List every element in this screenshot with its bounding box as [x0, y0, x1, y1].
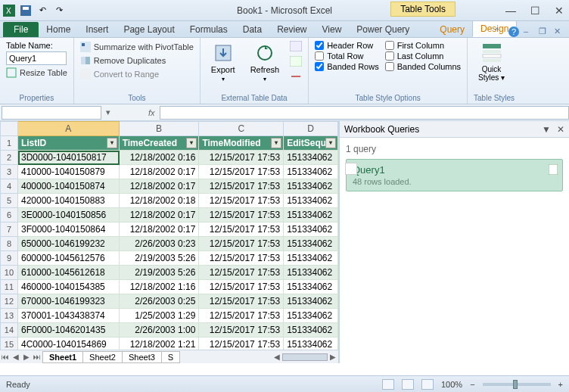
export-button[interactable]: Export▾	[207, 41, 240, 84]
filter-icon[interactable]: ▾	[186, 138, 197, 148]
sheet-tab[interactable]: Sheet2	[82, 351, 123, 363]
help-icon[interactable]: ?	[508, 26, 519, 37]
cell[interactable]: 12/15/2017 17:53	[199, 194, 284, 208]
zoom-out-icon[interactable]: −	[470, 380, 474, 389]
last-column-checkbox[interactable]: Last Column	[385, 51, 461, 61]
cell[interactable]: 600000-1045612576	[18, 251, 120, 266]
cell[interactable]: 151334062	[284, 280, 338, 294]
cell[interactable]: 610000-1045612618	[18, 266, 120, 280]
cell[interactable]: 3E0000-1040150856	[18, 208, 120, 222]
cell[interactable]: 12/18/2002 1:21	[120, 338, 200, 350]
tab-home[interactable]: Home	[39, 22, 78, 37]
row-header[interactable]: 10	[0, 266, 18, 280]
cell[interactable]: 12/15/2017 17:53	[199, 323, 284, 338]
row-header[interactable]: 11	[0, 280, 18, 294]
cell[interactable]: 12/15/2017 17:53	[199, 266, 284, 280]
cell[interactable]: 12/18/2002 0:18	[120, 194, 200, 208]
cell[interactable]: 12/15/2017 17:53	[199, 179, 284, 194]
tab-data[interactable]: Data	[235, 22, 269, 37]
cell[interactable]: 151334062	[284, 222, 338, 237]
row-header[interactable]: 13	[0, 309, 18, 323]
cell[interactable]: 151334062	[284, 266, 338, 280]
cell[interactable]: 151334062	[284, 151, 338, 165]
save-icon[interactable]	[20, 5, 32, 17]
open-browser-icon[interactable]	[290, 56, 302, 67]
cell[interactable]: 1/25/2003 1:29	[120, 309, 200, 323]
cell[interactable]: 12/15/2017 17:53	[199, 165, 284, 179]
cell[interactable]: 12/18/2002 0:17	[120, 179, 200, 194]
cell[interactable]: 3F0000-1040150864	[18, 222, 120, 237]
cell[interactable]: 151334062	[284, 338, 338, 350]
cell[interactable]: 151334062	[284, 309, 338, 323]
row-header[interactable]: 2	[0, 151, 18, 165]
cell[interactable]: 12/18/2002 0:17	[120, 208, 200, 222]
zoom-slider[interactable]	[483, 383, 551, 386]
banded-columns-checkbox[interactable]: Banded Columns	[385, 62, 461, 71]
row-header[interactable]: 6	[0, 208, 18, 222]
cell[interactable]: 12/18/2002 0:17	[120, 165, 200, 179]
col-header-b[interactable]: B	[120, 121, 200, 136]
cell[interactable]: 12/15/2017 17:53	[199, 222, 284, 237]
wb-close-icon[interactable]: ✕	[554, 26, 564, 37]
zoom-percent[interactable]: 100%	[441, 380, 462, 389]
filter-icon[interactable]: ▾	[325, 138, 336, 148]
tab-page-layout[interactable]: Page Layout	[116, 22, 182, 37]
view-page-layout-icon[interactable]	[402, 379, 414, 390]
cell[interactable]: 400000-1040150874	[18, 179, 120, 194]
wb-restore-icon[interactable]: ❐	[539, 26, 549, 37]
tab-file[interactable]: File	[3, 22, 39, 37]
sheet-tab[interactable]: Sheet3	[122, 351, 162, 363]
formula-input[interactable]	[160, 106, 569, 120]
cell[interactable]: 12/15/2017 17:53	[199, 338, 284, 350]
cell[interactable]: 12/15/2017 17:53	[199, 251, 284, 266]
tab-power-query[interactable]: Power Query	[349, 22, 417, 37]
cell[interactable]: 151334062	[284, 294, 338, 309]
cell[interactable]: 6F0000-1046201435	[18, 323, 120, 338]
zoom-in-icon[interactable]: +	[558, 380, 563, 389]
convert-to-range-button[interactable]: Convert to Range	[80, 68, 194, 80]
cell[interactable]: 12/15/2017 17:53	[199, 208, 284, 222]
row-header[interactable]: 12	[0, 294, 18, 309]
query-card[interactable]: Query1 48 rows loaded.	[346, 159, 563, 191]
table-header[interactable]: TimeCreated▾	[120, 136, 200, 151]
cell[interactable]: 151334062	[284, 194, 338, 208]
col-header-a[interactable]: A	[18, 121, 120, 136]
row-header[interactable]: 14	[0, 323, 18, 338]
table-header[interactable]: ListID▾	[18, 136, 120, 151]
cell[interactable]: 420000-1040150883	[18, 194, 120, 208]
cell[interactable]: 650000-1046199232	[18, 237, 120, 251]
cell[interactable]: 2/19/2003 5:26	[120, 266, 200, 280]
col-header-d[interactable]: D	[284, 121, 338, 136]
fx-icon[interactable]: fx	[144, 108, 160, 117]
row-header[interactable]: 4	[0, 179, 18, 194]
row-header[interactable]: 1	[0, 136, 18, 151]
filter-icon[interactable]: ▾	[271, 138, 281, 148]
cell[interactable]: 151334062	[284, 165, 338, 179]
cell[interactable]: 151334062	[284, 179, 338, 194]
ribbon-collapse-icon[interactable]: ⌃	[493, 26, 504, 37]
row-header[interactable]: 7	[0, 222, 18, 237]
tab-insert[interactable]: Insert	[78, 22, 116, 37]
view-normal-icon[interactable]	[382, 379, 394, 390]
row-header[interactable]: 8	[0, 237, 18, 251]
cell[interactable]: 2/26/2003 1:00	[120, 323, 200, 338]
summarize-pivot-button[interactable]: Summarize with PivotTable	[80, 41, 194, 53]
row-header[interactable]: 3	[0, 165, 18, 179]
tab-view[interactable]: View	[315, 22, 350, 37]
maximize-icon[interactable]: ☐	[528, 4, 542, 17]
refresh-button[interactable]: Refresh▾	[246, 41, 284, 84]
cell[interactable]: 151334062	[284, 323, 338, 338]
sheet-nav-first-icon[interactable]: ⏮	[0, 353, 11, 361]
cell[interactable]: 12/18/2002 1:16	[120, 280, 200, 294]
tab-query[interactable]: Query	[432, 22, 472, 37]
cell[interactable]: 12/15/2017 17:53	[199, 294, 284, 309]
cell[interactable]: 460000-1040154385	[18, 280, 120, 294]
sheet-tab[interactable]: S	[161, 351, 180, 363]
row-header[interactable]: 15	[0, 338, 18, 350]
cell[interactable]: 12/15/2017 17:53	[199, 280, 284, 294]
view-page-break-icon[interactable]	[421, 379, 434, 390]
banded-rows-checkbox[interactable]: Banded Rows	[315, 62, 379, 71]
remove-duplicates-button[interactable]: Remove Duplicates	[80, 54, 194, 67]
pane-dropdown-icon[interactable]: ▼	[542, 124, 551, 135]
cell[interactable]: 12/15/2017 17:53	[199, 151, 284, 165]
